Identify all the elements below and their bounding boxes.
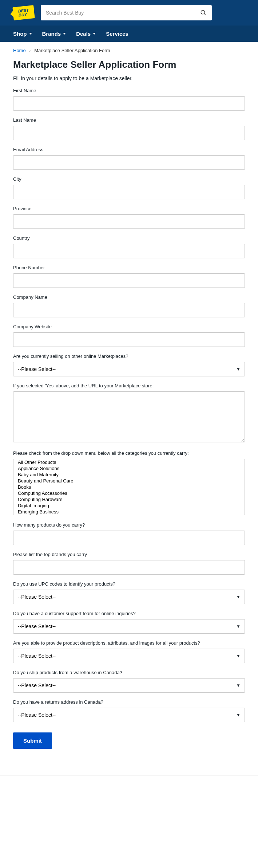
company-website-label: Company Website	[13, 324, 245, 329]
footer-divider	[0, 775, 258, 775]
selling-elsewhere-select[interactable]: --Please Select--	[13, 362, 245, 376]
category-option[interactable]: Computing Hardware	[13, 496, 245, 503]
category-option[interactable]: Beauty and Personal Care	[13, 478, 245, 484]
chevron-down-icon	[93, 33, 96, 35]
upc-label: Do you use UPC codes to identfy your pro…	[13, 581, 245, 587]
company-website-input[interactable]	[13, 332, 245, 347]
product-count-input[interactable]	[13, 531, 245, 545]
email-input[interactable]	[13, 155, 245, 170]
category-option[interactable]: Appliance Solutions	[13, 465, 245, 472]
upc-select[interactable]: --Please Select--	[13, 590, 245, 604]
warehouse-label: Do you ship products from a warehouse in…	[13, 670, 245, 675]
nav-item-brands[interactable]: Brands	[42, 26, 66, 42]
company-name-input[interactable]	[13, 303, 245, 317]
city-input[interactable]	[13, 185, 245, 199]
province-label: Province	[13, 206, 245, 211]
returns-select[interactable]: --Please Select--	[13, 708, 245, 722]
chevron-right-icon: ›	[29, 48, 31, 53]
chevron-down-icon	[63, 33, 66, 35]
last-name-input[interactable]	[13, 126, 245, 140]
main-nav: ShopBrandsDealsServices	[0, 26, 258, 42]
phone-input[interactable]	[13, 273, 245, 288]
search-wrap	[41, 5, 212, 20]
top-brands-label: Please list the top brands you carry	[13, 552, 245, 557]
category-option[interactable]: Baby and Maternity	[13, 472, 245, 478]
svg-point-0	[201, 10, 205, 14]
logo[interactable]: BEST BUY	[12, 5, 35, 20]
country-label: Country	[13, 235, 245, 241]
breadcrumb: Home › Marketplace Seller Application Fo…	[0, 42, 258, 56]
product-count-label: How many products do you carry?	[13, 522, 245, 528]
province-input[interactable]	[13, 214, 245, 229]
logo-text: BEST BUY	[18, 8, 29, 17]
support-team-label: Do you have a customer support team for …	[13, 611, 245, 616]
search-input[interactable]	[41, 5, 212, 20]
nav-item-label: Deals	[76, 31, 91, 37]
nav-item-services[interactable]: Services	[106, 26, 128, 42]
first-name-label: First Name	[13, 88, 245, 93]
search-icon[interactable]	[200, 9, 207, 16]
marketplace-url-label: If you selected 'Yes' above, add the URL…	[13, 383, 245, 388]
email-label: Email Address	[13, 147, 245, 152]
nav-item-label: Shop	[13, 31, 27, 37]
category-option[interactable]: Emerging Business	[13, 509, 245, 515]
selling-elsewhere-label: Are you currently selling on other onlin…	[13, 353, 245, 359]
descriptions-select[interactable]: --Please Select--	[13, 649, 245, 663]
nav-item-label: Services	[106, 31, 128, 37]
returns-label: Do you have a returns address in Canada?	[13, 699, 245, 705]
breadcrumb-home[interactable]: Home	[13, 48, 26, 53]
category-option[interactable]: Computing Accessories	[13, 490, 245, 496]
country-input[interactable]	[13, 244, 245, 258]
nav-item-deals[interactable]: Deals	[76, 26, 96, 42]
descriptions-label: Are you able to provide product descript…	[13, 640, 245, 646]
nav-item-label: Brands	[42, 31, 61, 37]
category-option[interactable]: Digital Imaging	[13, 503, 245, 509]
page-intro: Fill in your details to apply to be a Ma…	[13, 75, 245, 81]
top-brands-input[interactable]	[13, 560, 245, 575]
last-name-label: Last Name	[13, 117, 245, 123]
header-top: BEST BUY	[0, 0, 258, 26]
submit-button[interactable]: Submit	[13, 732, 52, 749]
marketplace-url-textarea[interactable]	[13, 391, 245, 442]
first-name-input[interactable]	[13, 96, 245, 111]
support-team-select[interactable]: --Please Select--	[13, 619, 245, 634]
phone-label: Phone Number	[13, 265, 245, 270]
categories-label: Please check from the drop down menu bel…	[13, 450, 245, 456]
nav-item-shop[interactable]: Shop	[13, 26, 32, 42]
categories-multiselect[interactable]: All Other ProductsAppliance SolutionsBab…	[13, 459, 245, 515]
warehouse-select[interactable]: --Please Select--	[13, 678, 245, 693]
svg-line-1	[204, 13, 206, 15]
category-option[interactable]: Books	[13, 484, 245, 490]
content: Marketplace Seller Application Form Fill…	[0, 56, 258, 762]
company-name-label: Company Name	[13, 294, 245, 300]
breadcrumb-current: Marketplace Seller Application Form	[34, 48, 110, 53]
category-option[interactable]: All Other Products	[13, 459, 245, 465]
city-label: City	[13, 176, 245, 182]
chevron-down-icon	[29, 33, 32, 35]
page-title: Marketplace Seller Application Form	[13, 59, 245, 70]
